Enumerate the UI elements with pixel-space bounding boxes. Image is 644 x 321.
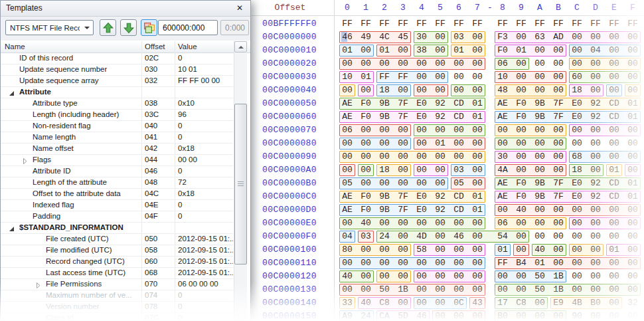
hex-byte[interactable]: 00 xyxy=(586,257,605,270)
template-selector[interactable]: NTFS MFT File Record xyxy=(5,20,94,35)
templates-titlebar[interactable]: Templates ✕ xyxy=(1,1,250,17)
hex-byte[interactable]: 00 xyxy=(568,283,586,296)
template-field-row[interactable]: Flags04400 00 xyxy=(1,155,233,166)
hex-byte[interactable]: 00 xyxy=(568,137,586,150)
hex-byte[interactable]: 00 xyxy=(623,84,642,97)
hex-byte[interactable]: FF xyxy=(605,17,623,31)
hex-byte[interactable]: 00 xyxy=(468,163,487,177)
hex-byte[interactable]: 00 xyxy=(449,243,468,257)
hex-byte[interactable]: 46 xyxy=(449,230,468,243)
hex-byte[interactable]: 24 xyxy=(357,310,375,321)
hex-byte[interactable]: 00 xyxy=(431,163,449,177)
hex-byte[interactable]: 00 xyxy=(586,203,605,217)
hex-byte[interactable]: 5D xyxy=(394,310,412,321)
hex-byte[interactable]: 00 xyxy=(338,163,357,177)
hex-byte[interactable]: 00 xyxy=(357,84,375,97)
hex-byte[interactable]: 00 xyxy=(623,283,642,296)
hex-byte[interactable]: AE xyxy=(493,97,512,110)
hex-byte[interactable]: F0 xyxy=(493,44,512,57)
hex-byte[interactable]: 00 xyxy=(412,296,431,310)
hex-byte[interactable]: 00 xyxy=(586,57,605,70)
hex-byte[interactable]: 00 xyxy=(394,84,412,97)
hex-byte[interactable]: 00 xyxy=(412,257,431,270)
hex-byte[interactable]: F0 xyxy=(357,203,375,217)
hex-byte[interactable]: 00 xyxy=(468,31,487,44)
hex-byte[interactable]: 00 xyxy=(512,57,530,70)
hex-byte[interactable]: 00 xyxy=(530,163,549,177)
hex-byte[interactable]: 9B xyxy=(375,110,394,124)
hex-byte[interactable]: 00 xyxy=(375,257,394,270)
hex-byte[interactable]: 00 xyxy=(512,31,530,44)
hex-byte[interactable]: 60 xyxy=(568,70,586,84)
hex-byte[interactable]: 00 xyxy=(605,257,623,270)
hex-byte[interactable]: E0 xyxy=(412,203,431,217)
hex-byte[interactable]: 00 xyxy=(623,137,642,150)
hex-byte[interactable]: 00 xyxy=(568,270,586,283)
hex-byte[interactable]: 00 xyxy=(338,137,357,150)
hex-byte[interactable]: 00 xyxy=(605,203,623,217)
expander-closed-icon[interactable] xyxy=(22,158,28,163)
hex-byte[interactable]: CD xyxy=(605,190,623,203)
hex-byte[interactable]: 00 xyxy=(549,44,568,57)
hex-byte[interactable]: 00 xyxy=(586,217,605,230)
hex-byte[interactable]: 00 xyxy=(431,44,449,57)
hex-byte[interactable]: 00 xyxy=(530,310,549,321)
hex-byte[interactable]: 00 xyxy=(431,31,449,44)
hex-byte[interactable]: 00 xyxy=(468,44,487,57)
hex-byte[interactable]: 00 xyxy=(530,57,549,70)
hex-byte[interactable]: 00 xyxy=(449,217,468,230)
hex-byte[interactable]: 00 xyxy=(568,124,586,137)
hex-byte[interactable]: 7F xyxy=(394,110,412,124)
hex-byte[interactable]: 03 xyxy=(449,31,468,44)
column-header-name[interactable]: Name xyxy=(5,43,25,51)
hex-byte[interactable]: FF xyxy=(375,17,394,31)
hex-byte[interactable]: 01 xyxy=(468,110,487,124)
hex-byte[interactable]: 00 xyxy=(512,217,530,230)
hex-byte[interactable]: F0 xyxy=(512,97,530,110)
hex-byte[interactable]: F0 xyxy=(512,110,530,124)
hex-byte[interactable]: 9B xyxy=(375,203,394,217)
hex-byte[interactable]: 7F xyxy=(549,97,568,110)
hex-byte[interactable]: 54 xyxy=(493,230,512,243)
hex-byte[interactable]: 00 xyxy=(357,257,375,270)
hex-byte[interactable]: 00 xyxy=(357,124,375,137)
hex-byte[interactable]: 01 xyxy=(605,243,623,257)
hex-byte[interactable]: 00 xyxy=(468,243,487,257)
hex-byte[interactable]: 00 xyxy=(468,150,487,163)
hex-byte[interactable]: 7F xyxy=(394,190,412,203)
hex-byte[interactable]: 00 xyxy=(623,163,642,177)
hex-byte[interactable]: 00 xyxy=(586,163,605,177)
hex-byte[interactable]: 30 xyxy=(493,150,512,163)
hex-byte[interactable]: 38 xyxy=(412,44,431,57)
hex-byte[interactable]: FF xyxy=(431,17,449,31)
hex-byte[interactable]: 00 xyxy=(468,283,487,296)
hex-byte[interactable]: FF xyxy=(530,17,549,31)
hex-byte[interactable]: 00 xyxy=(623,70,642,84)
hex-byte[interactable]: 4A xyxy=(493,163,512,177)
hex-byte[interactable]: B0 xyxy=(586,296,605,310)
template-field-row[interactable]: Length (including header)03C96 xyxy=(1,110,233,121)
hex-byte[interactable]: 00 xyxy=(493,283,512,296)
hex-byte[interactable]: 01 xyxy=(512,44,530,57)
hex-byte[interactable]: 00 xyxy=(605,31,623,44)
hex-byte[interactable]: FF xyxy=(468,17,487,31)
hex-byte[interactable]: 00 xyxy=(431,70,449,84)
hex-byte[interactable]: 00 xyxy=(549,124,568,137)
hex-byte[interactable]: CD xyxy=(605,97,623,110)
hex-byte[interactable]: FF xyxy=(493,257,512,270)
hex-byte[interactable]: B4 xyxy=(512,257,530,270)
hex-byte[interactable]: 00 xyxy=(549,203,568,217)
hex-byte[interactable]: FF xyxy=(449,17,468,31)
hex-byte[interactable]: 00 xyxy=(357,44,375,57)
navigate-up-button[interactable] xyxy=(100,19,116,36)
hex-byte[interactable]: 00 xyxy=(431,230,449,243)
hex-byte[interactable]: 00 xyxy=(530,217,549,230)
hex-byte[interactable]: 00 xyxy=(586,124,605,137)
hex-byte[interactable]: 00 xyxy=(549,230,568,243)
hex-byte[interactable]: 00 xyxy=(605,310,623,321)
hex-byte[interactable]: 06 xyxy=(338,124,357,137)
hex-byte[interactable]: FF xyxy=(394,17,412,31)
hex-byte[interactable]: 18 xyxy=(375,84,394,97)
hex-byte[interactable]: 32 xyxy=(623,296,642,310)
hex-byte[interactable]: 00 xyxy=(605,44,623,57)
